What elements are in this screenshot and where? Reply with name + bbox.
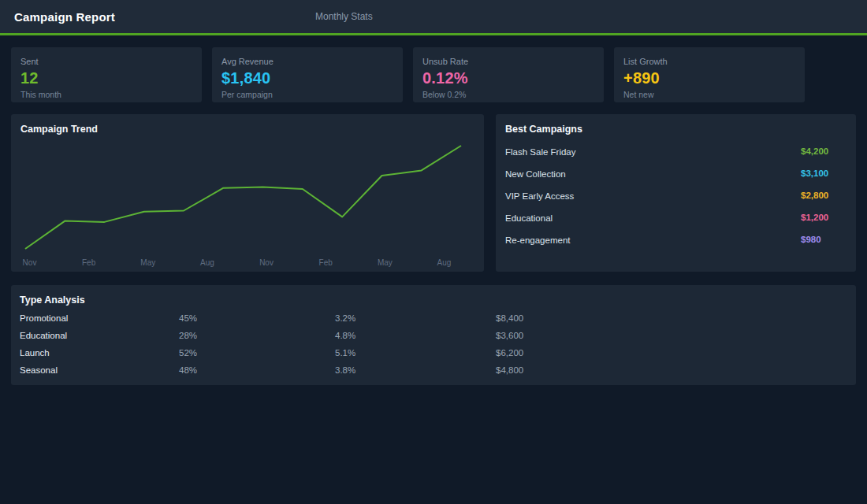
best-campaigns-title: Best Campaigns: [505, 124, 847, 135]
campaign-value: $2,800: [801, 184, 828, 206]
type-pct1: 28%: [179, 327, 335, 344]
table-row: Educational 28% 4.8% $3,600: [20, 327, 847, 344]
type-pct2: 3.8%: [335, 361, 496, 379]
stat-sub: Below 0.2%: [422, 90, 594, 99]
campaign-value: $980: [801, 228, 821, 250]
x-tick-label: Aug: [437, 258, 452, 267]
x-tick-label: Feb: [82, 258, 95, 267]
stat-cards: Sent 12 This month Avg Revenue $1,840 Pe…: [11, 47, 856, 102]
x-tick-label: May: [378, 258, 393, 267]
stat-label: Avg Revenue: [221, 57, 393, 66]
type-name: Educational: [20, 327, 179, 344]
app-header: Campaign Report Monthly Stats: [0, 0, 867, 35]
stat-label: Sent: [20, 57, 192, 66]
stat-label: List Growth: [623, 57, 795, 66]
campaign-value: $1,200: [801, 206, 828, 228]
type-name: Launch: [20, 344, 179, 361]
type-revenue: $6,200: [496, 344, 847, 361]
type-revenue: $3,600: [496, 327, 847, 344]
x-tick-label: Feb: [319, 258, 333, 267]
type-pct1: 52%: [179, 344, 335, 361]
stat-card-avg-revenue: Avg Revenue $1,840 Per campaign: [212, 47, 403, 102]
x-tick-label: Nov: [259, 258, 273, 267]
type-pct2: 3.2%: [335, 309, 496, 327]
type-pct2: 5.1%: [335, 344, 496, 361]
type-analysis-title: Type Analysis: [20, 295, 847, 306]
stat-sub: This month: [20, 90, 192, 99]
stat-card-unsub-rate: Unsub Rate 0.12% Below 0.2%: [413, 47, 604, 102]
stat-value: 0.12%: [422, 69, 594, 87]
stat-value: $1,840: [221, 69, 393, 87]
table-row: Seasonal 48% 3.8% $4,800: [20, 361, 847, 379]
x-tick-label: May: [140, 258, 155, 267]
campaign-name: Flash Sale Friday: [505, 147, 575, 157]
chart-title: Campaign Trend: [20, 124, 474, 135]
type-revenue: $4,800: [496, 361, 847, 379]
main-content: Sent 12 This month Avg Revenue $1,840 Pe…: [0, 35, 867, 397]
best-campaigns-list: Flash Sale Friday $4,200 New Collection …: [505, 140, 847, 250]
type-pct1: 45%: [179, 309, 335, 327]
stat-card-list-growth: List Growth +890 Net new: [614, 47, 805, 102]
stat-label: Unsub Rate: [422, 57, 594, 66]
list-item: VIP Early Access $2,800: [505, 184, 847, 206]
campaign-trend-panel: Campaign Trend NovFebMayAugNovFebMayAug: [11, 114, 484, 272]
type-pct2: 4.8%: [335, 327, 496, 344]
stat-sub: Net new: [623, 90, 795, 99]
campaign-name: Re-engagement: [505, 235, 570, 245]
campaign-name: New Collection: [505, 169, 566, 179]
page-title: Campaign Report: [14, 10, 115, 24]
stat-value: 12: [20, 69, 192, 87]
type-name: Promotional: [20, 309, 179, 327]
nav-monthly-stats[interactable]: Monthly Stats: [315, 0, 373, 33]
table-row: Promotional 45% 3.2% $8,400: [20, 309, 847, 327]
table-row: Launch 52% 5.1% $6,200: [20, 344, 847, 361]
list-item: Flash Sale Friday $4,200: [505, 140, 847, 162]
x-axis-labels: NovFebMayAugNovFebMayAug: [11, 114, 484, 272]
list-item: Re-engagement $980: [505, 228, 847, 250]
x-tick-label: Aug: [200, 258, 214, 267]
x-tick-label: Nov: [23, 258, 37, 267]
campaign-value: $3,100: [801, 162, 828, 184]
type-name: Seasonal: [20, 361, 179, 379]
type-analysis-table: Promotional 45% 3.2% $8,400 Educational …: [20, 309, 847, 379]
list-item: Educational $1,200: [505, 206, 847, 228]
type-pct1: 48%: [179, 361, 335, 379]
type-revenue: $8,400: [496, 309, 847, 327]
campaign-name: Educational: [505, 213, 553, 223]
stat-value: +890: [623, 69, 795, 87]
stat-sub: Per campaign: [221, 90, 393, 99]
campaign-value: $4,200: [801, 140, 828, 162]
stat-card-sent: Sent 12 This month: [11, 47, 202, 102]
list-item: New Collection $3,100: [505, 162, 847, 184]
campaign-name: VIP Early Access: [505, 191, 574, 201]
type-analysis-panel: Type Analysis Promotional 45% 3.2% $8,40…: [11, 285, 856, 385]
best-campaigns-panel: Best Campaigns Flash Sale Friday $4,200 …: [496, 114, 856, 272]
